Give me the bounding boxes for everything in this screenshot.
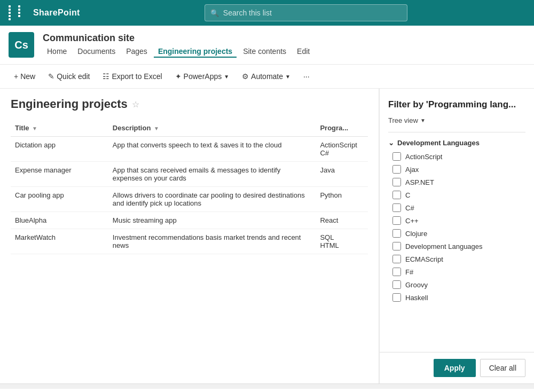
filter-content: Filter by 'Programming lang... Tree view… (380, 89, 534, 352)
more-options-button[interactable]: ··· (298, 69, 315, 84)
site-icon: Cs (9, 32, 34, 58)
filter-item[interactable]: ActionScript (392, 152, 525, 161)
top-navigation-bar: SharePoint 🔍 (0, 0, 534, 26)
nav-item-site-contents[interactable]: Site contents (239, 46, 290, 58)
list-title: Engineering projects (11, 97, 128, 111)
filter-item-label: ECMAScript (405, 255, 443, 263)
cell-description: Allows drivers to coordinate car pooling… (108, 187, 316, 212)
table-row[interactable]: Expense manager App that scans received … (11, 162, 368, 187)
cell-title: Car pooling app (11, 187, 108, 212)
filter-item[interactable]: C++ (392, 216, 525, 225)
app-name: SharePoint (33, 8, 80, 18)
table-row[interactable]: BlueAlpha Music streaming app React (11, 212, 368, 229)
filter-checkbox[interactable] (392, 280, 401, 289)
filter-checkbox[interactable] (392, 191, 401, 199)
filter-footer: Apply Clear all (380, 352, 534, 383)
filter-item-label: Haskell (405, 294, 428, 302)
site-navigation: Home Documents Pages Engineering project… (43, 46, 314, 58)
automate-icon: ⚙ (242, 72, 249, 81)
filter-checkbox[interactable] (392, 216, 401, 225)
filter-item[interactable]: Development Languages (392, 242, 525, 250)
cell-title: Expense manager (11, 162, 108, 187)
cell-description: Music streaming app (108, 212, 316, 229)
cell-title: Dictation app (11, 137, 108, 162)
filter-item[interactable]: ASP.NET (392, 178, 525, 186)
filter-item-label: C++ (405, 217, 419, 225)
search-icon: 🔍 (210, 9, 219, 17)
search-bar[interactable]: 🔍 (205, 4, 407, 21)
cell-description: Investment recommendations basis market … (108, 229, 316, 254)
automate-button[interactable]: ⚙ Automate ▼ (237, 69, 296, 84)
sort-icon-desc: ▼ (154, 126, 159, 131)
nav-item-edit[interactable]: Edit (293, 46, 314, 58)
chevron-down-icon-group: ⌄ (388, 139, 394, 147)
app-grid-icon[interactable] (9, 5, 27, 20)
filter-item[interactable]: ECMAScript (392, 255, 525, 263)
site-name: Communication site (43, 33, 314, 44)
export-to-excel-button[interactable]: ☷ Export to Excel (97, 69, 167, 84)
chevron-down-icon: ▼ (224, 74, 229, 80)
new-button[interactable]: + New (9, 69, 41, 84)
filter-item[interactable]: C (392, 191, 525, 199)
filter-item[interactable]: C# (392, 203, 525, 212)
filter-checkbox[interactable] (392, 165, 401, 174)
list-title-row: Engineering projects ☆ (11, 97, 368, 111)
table-row[interactable]: Car pooling app Allows drivers to coordi… (11, 187, 368, 212)
filter-panel: Filter by 'Programming lang... Tree view… (379, 89, 534, 383)
filter-item[interactable]: Ajax (392, 165, 525, 174)
filter-items-list: ActionScript Ajax ASP.NET C C# C++ Cloju… (388, 152, 525, 302)
cell-programming: Python (316, 187, 368, 212)
filter-checkbox[interactable] (392, 255, 401, 263)
cell-description: App that converts speech to text & saves… (108, 137, 316, 162)
cell-title: BlueAlpha (11, 212, 108, 229)
filter-checkbox[interactable] (392, 229, 401, 238)
filter-item-label: F# (405, 268, 413, 276)
powerapps-icon: ✦ (175, 72, 182, 81)
nav-item-home[interactable]: Home (43, 46, 71, 58)
column-header-description[interactable]: Description ▼ (108, 120, 316, 137)
filter-item-label: Groovy (405, 281, 428, 289)
filter-item-label: C# (405, 204, 414, 212)
column-header-programming[interactable]: Progra... (316, 120, 368, 137)
nav-item-documents[interactable]: Documents (73, 46, 120, 58)
quick-edit-button[interactable]: ✎ Quick edit (43, 69, 95, 84)
filter-checkbox[interactable] (392, 242, 401, 250)
chevron-down-icon-treeview: ▼ (420, 117, 426, 123)
clear-filter-button[interactable]: Clear all (480, 359, 525, 377)
cell-programming: Java (316, 162, 368, 187)
search-input[interactable] (223, 9, 402, 17)
filter-item-label: C (405, 191, 410, 199)
apply-filter-button[interactable]: Apply (434, 359, 476, 377)
sort-icon-title: ▼ (32, 126, 37, 131)
tree-view-toggle[interactable]: Tree view ▼ (388, 116, 525, 124)
filter-item-label: ASP.NET (405, 178, 434, 186)
nav-item-engineering-projects[interactable]: Engineering projects (154, 46, 237, 58)
filter-checkbox[interactable] (392, 152, 401, 161)
list-toolbar: + New ✎ Quick edit ☷ Export to Excel ✦ P… (0, 65, 534, 89)
cell-programming: SQL HTML (316, 229, 368, 254)
filter-item[interactable]: Haskell (392, 293, 525, 302)
power-apps-button[interactable]: ✦ PowerApps ▼ (170, 69, 235, 84)
export-icon: ☷ (103, 72, 109, 81)
horizontal-scrollbar[interactable] (0, 383, 534, 389)
main-content-area: Engineering projects ☆ Title ▼ Descripti… (0, 89, 534, 383)
filter-checkbox[interactable] (392, 203, 401, 212)
table-row[interactable]: MarketWatch Investment recommendations b… (11, 229, 368, 254)
projects-table: Title ▼ Description ▼ Progra... Dictatio… (11, 120, 368, 254)
filter-checkbox[interactable] (392, 268, 401, 276)
column-header-title[interactable]: Title ▼ (11, 120, 108, 137)
nav-item-pages[interactable]: Pages (122, 46, 152, 58)
cell-programming: ActionScript C# (316, 137, 368, 162)
filter-item-label: Development Languages (405, 242, 483, 250)
filter-item[interactable]: Groovy (392, 280, 525, 289)
list-area: Engineering projects ☆ Title ▼ Descripti… (0, 89, 379, 383)
filter-checkbox[interactable] (392, 178, 401, 186)
cell-description: App that scans received emails & message… (108, 162, 316, 187)
filter-item[interactable]: Clojure (392, 229, 525, 238)
pencil-icon: ✎ (48, 72, 54, 81)
filter-checkbox[interactable] (392, 293, 401, 302)
table-row[interactable]: Dictation app App that converts speech t… (11, 137, 368, 162)
filter-group-header[interactable]: ⌄ Development Languages (388, 139, 525, 147)
filter-item[interactable]: F# (392, 268, 525, 276)
favorite-star-icon[interactable]: ☆ (132, 99, 139, 109)
